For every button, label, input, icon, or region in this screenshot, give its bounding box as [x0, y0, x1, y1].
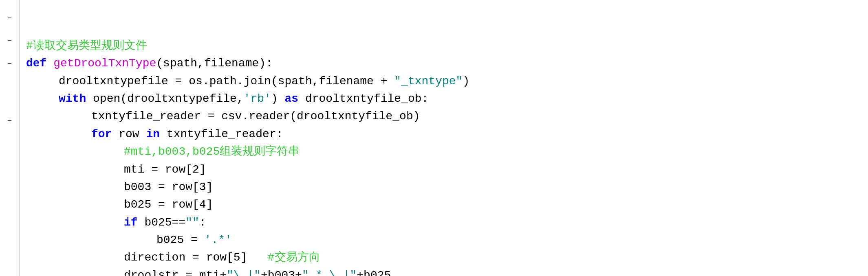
- line-b025-assign: b025 = '.*': [26, 231, 868, 249]
- line-b025: b025 = row[4]: [26, 196, 868, 213]
- gutter-line-txntyfile-reader: [7, 47, 13, 59]
- code-container: −−−− #读取交易类型规则文件def getDroolTxnType(spat…: [0, 0, 868, 276]
- code-token: "_txntype": [394, 75, 463, 88]
- code-token: in: [146, 128, 160, 140]
- line-comment-mti: #mti,b003,b025组装规则字符串: [26, 143, 868, 160]
- gutter-line-comment-top: [7, 2, 13, 13]
- code-token: +b025: [357, 269, 391, 276]
- line-direction: direction = row[5] #交易方向: [26, 249, 868, 266]
- code-token: txntyfile_reader = csv.reader(drooltxnty…: [91, 110, 420, 123]
- gutter-line-comment-mti: [7, 70, 13, 81]
- code-token: with: [59, 92, 86, 105]
- code-token: "": [185, 216, 199, 229]
- code-token: "\ |": [227, 269, 261, 276]
- code-token: +b003+: [261, 269, 302, 276]
- code-token: as: [285, 92, 299, 105]
- code-token: b025 =: [156, 234, 205, 246]
- line-def: def getDroolTxnType(spath,filename):: [26, 55, 868, 72]
- code-token: b025 = row[4]: [124, 198, 213, 211]
- code-token: ".* \ |": [302, 269, 357, 276]
- code-token: (spath,filename):: [156, 57, 273, 70]
- gutter-line-drooltxn: [7, 24, 13, 36]
- gutter: −−−−: [0, 0, 20, 276]
- code-token: b003 = row[3]: [124, 181, 213, 193]
- code-token: row: [112, 128, 146, 140]
- code-token: drooltxntypefile = os.path.join(spath,fi…: [59, 75, 394, 88]
- gutter-line-b025-assign: [7, 127, 13, 138]
- gutter-line-if[interactable]: −: [7, 116, 13, 127]
- code-token: txntyfile_reader:: [160, 128, 283, 140]
- gutter-line-mti: [7, 81, 13, 93]
- line-droolstr: droolstr = mti+"\ |"+b003+".* \ |"+b025: [26, 267, 868, 276]
- code-token: open(drooltxntypefile,: [86, 92, 243, 105]
- code-token: mti = row[2]: [124, 163, 206, 176]
- line-drooltxn: drooltxntypefile = os.path.join(spath,fi…: [26, 72, 868, 90]
- gutter-line-droolstr: [7, 150, 13, 161]
- code-token: ): [463, 75, 469, 88]
- code-token: ): [271, 92, 285, 105]
- code-token: b025==: [138, 216, 186, 229]
- code-token: #mti,b003,b025组装规则字符串: [124, 145, 300, 158]
- code-area[interactable]: #读取交易类型规则文件def getDroolTxnType(spath,fil…: [20, 0, 868, 276]
- code-token: #读取交易类型规则文件: [26, 39, 147, 52]
- code-token: [46, 57, 53, 70]
- line-for: for row in txntyfile_reader:: [26, 125, 868, 143]
- code-token: def: [26, 57, 46, 70]
- gutter-line-direction: [7, 138, 13, 150]
- line-if: if b025=="":: [26, 214, 868, 231]
- code-token: drooltxntyfile_ob:: [298, 92, 428, 105]
- code-token: :: [199, 216, 206, 229]
- code-token: if: [124, 216, 138, 229]
- line-mti: mti = row[2]: [26, 161, 868, 178]
- line-b003: b003 = row[3]: [26, 178, 868, 196]
- code-token: for: [91, 128, 112, 140]
- gutter-line-b003: [7, 93, 13, 104]
- gutter-line-drooltxntype: [7, 161, 13, 173]
- code-token: '.*': [205, 234, 232, 246]
- line-with: with open(drooltxntypefile,'rb') as droo…: [26, 90, 868, 107]
- code-token: droolstr = mti+: [124, 269, 227, 276]
- line-txntyfile-reader: txntyfile_reader = csv.reader(drooltxnty…: [26, 107, 868, 125]
- code-token: #交易方向: [268, 251, 320, 264]
- gutter-line-for[interactable]: −: [7, 59, 13, 70]
- gutter-line-with[interactable]: −: [7, 36, 13, 47]
- gutter-line-def[interactable]: −: [7, 13, 13, 24]
- gutter-line-b025: [7, 104, 13, 116]
- code-token: direction = row[5]: [124, 251, 268, 264]
- code-token: 'rb': [244, 92, 271, 105]
- code-token: getDroolTxnType: [53, 57, 156, 70]
- line-comment-top: #读取交易类型规则文件: [26, 37, 868, 55]
